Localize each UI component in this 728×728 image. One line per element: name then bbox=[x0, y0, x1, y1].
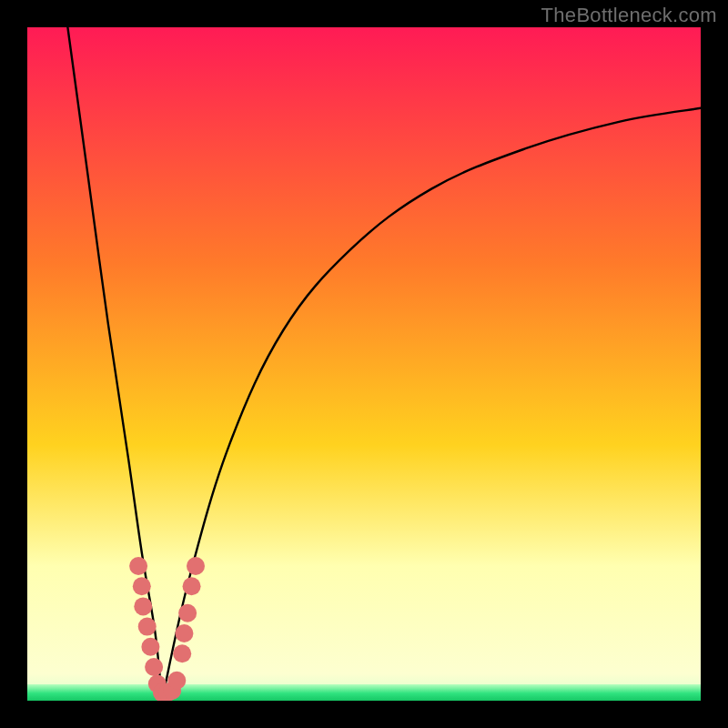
scatter-dot bbox=[178, 604, 197, 622]
scatter-dot bbox=[138, 618, 157, 636]
scatter-dot bbox=[173, 644, 191, 662]
attribution-watermark: TheBottleneck.com bbox=[541, 4, 717, 27]
chart-container: TheBottleneck.com bbox=[0, 0, 728, 728]
scatter-dot bbox=[167, 672, 186, 690]
curve-right-branch bbox=[162, 108, 701, 701]
chart-svg bbox=[27, 27, 701, 701]
scatter-dot bbox=[133, 577, 151, 595]
scatter-dot bbox=[129, 557, 147, 575]
scatter-dot bbox=[183, 577, 201, 595]
scatter-dot bbox=[175, 624, 193, 642]
plot-area bbox=[27, 27, 701, 701]
scatter-dot bbox=[141, 638, 159, 656]
scatter-dot bbox=[187, 557, 205, 575]
scatter-dot bbox=[134, 597, 152, 615]
scatter-dot bbox=[145, 658, 163, 676]
